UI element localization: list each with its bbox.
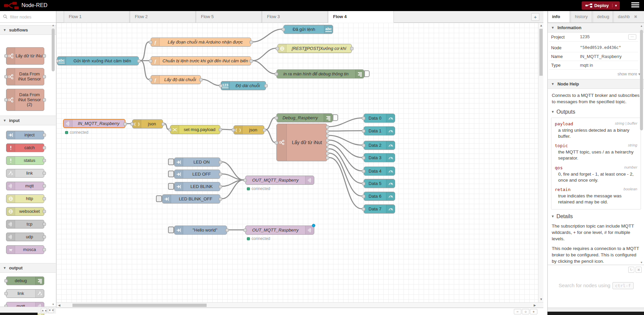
- expand-all-button[interactable]: ▼▼: [48, 308, 54, 313]
- canvas-horizontal-scrollbar[interactable]: ◀ ▶: [56, 302, 543, 308]
- node-lay-do-dai[interactable]: Lấy độ dài chuỗi: [151, 75, 201, 84]
- wire[interactable]: [266, 130, 275, 142]
- node-led-blink-off[interactable]: LED BLINK_OFF: [162, 194, 220, 203]
- node-debug-raspberry[interactable]: Debug_Raspberry: [276, 113, 333, 122]
- wire[interactable]: [253, 29, 282, 42]
- inject-button[interactable]: [168, 183, 174, 190]
- tab-flow-3[interactable]: Flow 3: [262, 11, 328, 23]
- tab-debug[interactable]: debug: [593, 11, 613, 23]
- node-hello-world[interactable]: "Hello world": [174, 226, 227, 235]
- close-icon[interactable]: ✖: [634, 11, 637, 22]
- project-options-button[interactable]: ⋯: [628, 34, 636, 40]
- show-more-link[interactable]: show more ▾: [548, 70, 644, 79]
- section-node-help[interactable]: ▼Node Help: [548, 79, 644, 89]
- add-flow-button[interactable]: +: [531, 13, 539, 21]
- palette-item-status[interactable]: status: [6, 156, 44, 165]
- node-led-blink[interactable]: LED BLINK: [174, 182, 220, 191]
- scroll-up-icon[interactable]: ▲: [51, 24, 55, 27]
- palette-item-link-out[interactable]: link: [6, 289, 44, 298]
- inject-button[interactable]: [168, 159, 174, 165]
- category-subflows[interactable]: ▼subflows: [0, 25, 56, 35]
- debug-toggle-button[interactable]: [364, 70, 370, 77]
- details-heading[interactable]: ▼Details: [551, 213, 641, 219]
- node-da-gui-lenh[interactable]: Đã gửi lệnh abc: [283, 25, 333, 34]
- node-data-7[interactable]: Data 7: [364, 204, 395, 213]
- node-set-msg-payload[interactable]: set msg.payload: [170, 125, 220, 134]
- node-in-ra-man-hinh[interactable]: in ra màn hình để debug thông tin: [276, 69, 364, 78]
- node-json-1[interactable]: json: [132, 119, 163, 128]
- scroll-down-icon[interactable]: ▼: [51, 303, 55, 306]
- sidebar-resize-bar[interactable]: [548, 308, 644, 312]
- node-data-5[interactable]: Data 5: [364, 179, 395, 188]
- scroll-right-icon[interactable]: ▶: [534, 304, 536, 307]
- palette-item-subflow-data-from-2[interactable]: Data From iNut Sensor (2): [6, 89, 44, 111]
- inject-button[interactable]: [156, 195, 162, 202]
- deploy-options-caret[interactable]: ▾: [612, 4, 620, 7]
- tab-history[interactable]: history: [571, 11, 592, 23]
- node-json-2[interactable]: json: [233, 125, 264, 134]
- scroll-down-icon[interactable]: ▼: [639, 261, 644, 264]
- wire[interactable]: [329, 149, 362, 183]
- node-in-mqtt-raspberry[interactable]: IN_MQTT_Raspberry connected: [63, 119, 125, 128]
- outputs-heading[interactable]: ▼Outputs: [551, 109, 641, 115]
- palette-item-inject[interactable]: inject: [6, 131, 44, 139]
- category-input[interactable]: ▼input: [0, 116, 56, 125]
- tab-dashboard[interactable]: dashb✖: [613, 11, 644, 23]
- scroll-left-icon[interactable]: ◀: [58, 304, 60, 307]
- palette-item-debug[interactable]: debug: [6, 276, 44, 285]
- wire[interactable]: [329, 135, 362, 145]
- palette-item-subflow-lay-du[interactable]: Lấy dữ từ iNut: [6, 47, 44, 65]
- wire[interactable]: [203, 79, 219, 85]
- wire[interactable]: [266, 118, 275, 130]
- tab-info[interactable]: info: [548, 11, 570, 23]
- scroll-up-icon[interactable]: ▲: [639, 24, 644, 27]
- wire[interactable]: [222, 129, 232, 130]
- palette-filter-input[interactable]: [0, 11, 56, 22]
- flow-canvas[interactable]: Đã gửi lệnh abc Lấy đoạn chuỗi mà Arduin…: [56, 23, 538, 302]
- palette-item-mqtt-in[interactable]: mqtt: [6, 182, 44, 190]
- tab-flow-4[interactable]: Flow 4: [328, 11, 394, 23]
- palette-scrollbar[interactable]: ▲ ▼: [51, 24, 55, 306]
- tab-flow-1[interactable]: Flow 1: [64, 11, 129, 23]
- palette-item-catch[interactable]: catch: [6, 143, 44, 152]
- deploy-button[interactable]: Deploy ▾: [582, 1, 620, 10]
- palette-item-websocket-in[interactable]: websocket: [6, 207, 44, 216]
- scroll-up-icon[interactable]: ▲: [540, 24, 543, 27]
- node-gui-lenh[interactable]: abc Gửi lệnh xuống iNut cảm biến: [57, 56, 139, 65]
- inject-button[interactable]: [168, 227, 174, 233]
- palette-item-mosca[interactable]: mosca: [6, 245, 44, 254]
- main-menu-button[interactable]: [631, 2, 639, 9]
- refresh-icon[interactable]: ↻: [628, 267, 634, 273]
- node-lay-du-tu-inut[interactable]: Lấy dữ từ iNut: [276, 124, 327, 161]
- palette-item-http-in[interactable]: http: [6, 194, 44, 203]
- node-rest-post[interactable]: [REST][POST]Xưởng cơ khí: [277, 44, 352, 53]
- node-data-6[interactable]: Data 6: [364, 192, 395, 201]
- collapse-all-button[interactable]: ▲▲: [41, 308, 47, 313]
- palette-item-udp-in[interactable]: udp: [6, 233, 44, 241]
- wire[interactable]: [253, 48, 276, 61]
- node-data-3[interactable]: Data 3: [364, 153, 395, 162]
- tab-flow-2[interactable]: Flow 2: [130, 11, 196, 23]
- canvas-vertical-scrollbar[interactable]: ▲ ▼: [538, 23, 543, 302]
- sidebar-scrollbar[interactable]: ▲ ▼: [639, 24, 644, 264]
- scroll-down-icon[interactable]: ▼: [540, 298, 543, 301]
- inject-button[interactable]: [168, 171, 174, 177]
- zoom-reset-button[interactable]: ○: [522, 309, 529, 314]
- palette-item-tcp-in[interactable]: tcp: [6, 220, 44, 229]
- close-icon[interactable]: ✖: [636, 267, 642, 273]
- wire[interactable]: [253, 61, 275, 74]
- section-information[interactable]: ▼Information: [548, 23, 644, 33]
- category-output[interactable]: ▼output: [0, 263, 56, 273]
- node-data-1[interactable]: Data 1: [364, 126, 395, 135]
- wire[interactable]: [141, 42, 149, 61]
- debug-toggle-button[interactable]: [333, 114, 338, 121]
- node-data-2[interactable]: Data 2: [364, 141, 395, 150]
- node-do-dai-chuoi[interactable]: 123 Độ dài chuỗi: [221, 81, 266, 90]
- tab-flow-5[interactable]: Flow 5: [196, 11, 262, 23]
- node-led-off[interactable]: LED OFF: [174, 170, 220, 179]
- node-lay-doan-chuoi[interactable]: Lấy đoạn chuỗi mà Arduino nhận được: [151, 38, 251, 47]
- palette-item-subflow-data-from[interactable]: Data From iNut Sensor: [6, 68, 44, 85]
- palette-item-link-in[interactable]: link: [6, 169, 44, 178]
- node-out-mqtt-raspberry-2[interactable]: OUT_MQTT_Raspberry connected: [245, 226, 314, 235]
- wire[interactable]: [329, 131, 362, 131]
